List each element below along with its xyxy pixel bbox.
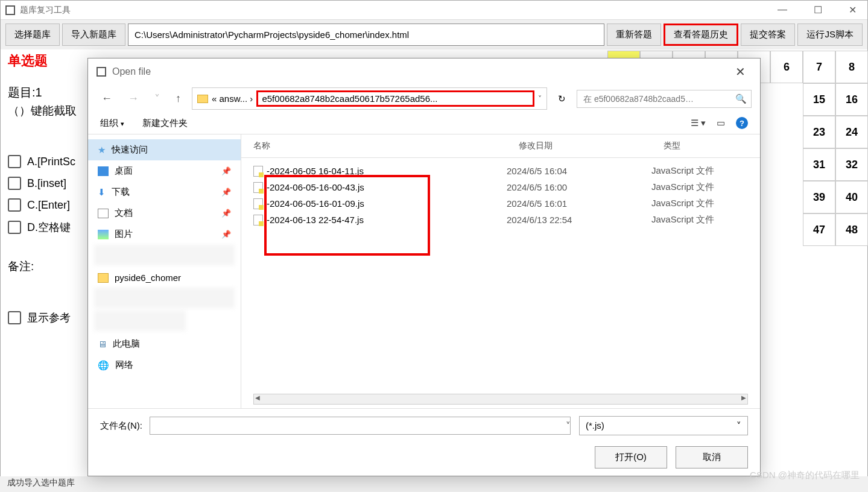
help-icon[interactable]: ?: [736, 117, 748, 129]
file-row[interactable]: -2024-06-05 16-04-11.js2024/6/5 16:04Jav…: [253, 163, 748, 179]
crumb-hash[interactable]: e5f00682a8748b2caad50617b57265ad56...: [256, 90, 534, 107]
pin-icon: 📌: [221, 188, 231, 197]
number-cell[interactable]: 31: [803, 148, 835, 181]
number-cell[interactable]: 32: [835, 148, 868, 181]
view-list-icon[interactable]: ☰ ▾: [691, 118, 706, 128]
js-file-icon: [253, 182, 263, 193]
filename-input[interactable]: [150, 417, 571, 435]
file-row[interactable]: -2024-06-05-16-01-09.js2024/6/5 16:01Jav…: [253, 195, 748, 212]
nav-project-folder[interactable]: pyside6_chomer: [88, 268, 241, 288]
js-file-icon: [253, 198, 263, 209]
file-type: JavaScript 文件: [651, 181, 714, 193]
file-type: JavaScript 文件: [651, 165, 714, 177]
minimize-icon[interactable]: —: [771, 4, 793, 16]
desktop-icon: [98, 166, 109, 176]
number-cell[interactable]: 6: [770, 51, 803, 83]
file-pane: 名称 修改日期 类型 -2024-06-05 16-04-11.js2024/6…: [241, 134, 760, 408]
new-folder-button[interactable]: 新建文件夹: [142, 118, 188, 129]
dialog-nav: ← → ˅ ↑ « answ... › e5f00682a8748b2caad5…: [88, 85, 760, 112]
number-cell[interactable]: 40: [835, 181, 868, 213]
horizontal-scrollbar[interactable]: [253, 394, 748, 405]
file-name: -2024-06-13 22-54-47.js: [267, 215, 364, 225]
number-cell[interactable]: 16: [835, 83, 868, 116]
number-cell[interactable]: 47: [803, 213, 835, 246]
chevron-down-icon[interactable]: ˅: [538, 95, 542, 103]
col-type[interactable]: 类型: [664, 140, 748, 151]
import-bank-button[interactable]: 导入新题库: [62, 24, 125, 46]
file-name: -2024-06-05 16-04-11.js: [267, 166, 364, 176]
nav-pictures[interactable]: 图片📌: [88, 224, 241, 245]
dialog-bottom: 文件名(N): ˅ (*.js)˅ 打开(O) 取消: [88, 408, 760, 476]
app-icon: [97, 67, 106, 77]
dialog-title: Open file: [112, 66, 151, 77]
history-button[interactable]: 查看答题历史: [664, 24, 738, 46]
nav-network[interactable]: 🌐网络: [88, 355, 241, 376]
submit-button[interactable]: 提交答案: [741, 24, 795, 46]
search-input[interactable]: [577, 90, 752, 108]
nav-documents[interactable]: 文档📌: [88, 203, 241, 224]
watermark: CSDN @神奇的代码在哪里: [750, 470, 860, 481]
folder-icon: [98, 273, 109, 283]
maximize-icon[interactable]: ☐: [808, 4, 828, 16]
nav-blurred-item: [94, 245, 235, 265]
file-list: -2024-06-05 16-04-11.js2024/6/5 16:04Jav…: [241, 158, 760, 233]
up-icon[interactable]: ↑: [171, 90, 186, 107]
dialog-body: ★快速访问 桌面📌 ⬇下载📌 文档📌 图片📌 pyside6_chomer 🖥此…: [88, 134, 760, 408]
path-input[interactable]: [128, 24, 604, 46]
forward-icon[interactable]: →: [123, 90, 144, 107]
toolbar: 选择题库 导入新题库 重新答题 查看答题历史 提交答案 运行JS脚本: [1, 20, 867, 49]
number-cell[interactable]: 24: [835, 116, 868, 148]
crumb-prefix[interactable]: « answ... ›: [212, 93, 253, 104]
number-cell[interactable]: 48: [835, 213, 868, 246]
folder-icon: [197, 95, 208, 103]
redo-button[interactable]: 重新答题: [607, 24, 661, 46]
preview-pane-icon[interactable]: ▭: [717, 118, 725, 128]
chevron-down-icon[interactable]: ˅: [565, 420, 572, 431]
document-icon: [98, 209, 109, 218]
filename-label: 文件名(N):: [100, 420, 142, 432]
pin-icon: 📌: [221, 209, 231, 218]
nav-downloads[interactable]: ⬇下载📌: [88, 181, 241, 203]
filter-select[interactable]: (*.js)˅: [579, 416, 748, 435]
checkbox-icon[interactable]: [8, 198, 21, 212]
navigation-pane: ★快速访问 桌面📌 ⬇下载📌 文档📌 图片📌 pyside6_chomer 🖥此…: [88, 134, 241, 408]
file-name: -2024-06-05-16-01-09.js: [267, 198, 364, 209]
number-cell[interactable]: 15: [803, 83, 835, 116]
back-icon[interactable]: ←: [97, 90, 117, 107]
col-name[interactable]: 名称: [253, 140, 519, 151]
organize-button[interactable]: 组织▾: [100, 118, 124, 129]
nav-desktop[interactable]: 桌面📌: [88, 160, 241, 181]
pictures-icon: [98, 230, 109, 239]
cancel-button[interactable]: 取消: [676, 446, 748, 468]
window-controls: — ☐ ✕: [771, 4, 863, 16]
run-js-button[interactable]: 运行JS脚本: [797, 24, 863, 46]
checkbox-icon[interactable]: [8, 221, 21, 234]
nav-quick-access[interactable]: ★快速访问: [88, 139, 241, 160]
checkbox-icon[interactable]: [8, 177, 21, 190]
download-icon: ⬇: [98, 187, 106, 198]
file-row[interactable]: -2024-06-13 22-54-47.js2024/6/13 22:54Ja…: [253, 212, 748, 228]
file-name: -2024-06-05-16-00-43.js: [267, 182, 364, 192]
col-date[interactable]: 修改日期: [519, 140, 664, 151]
file-row[interactable]: -2024-06-05-16-00-43.js2024/6/5 16:00Jav…: [253, 179, 748, 195]
number-cell[interactable]: 7: [803, 51, 835, 83]
dialog-close-icon[interactable]: ✕: [729, 65, 752, 79]
app-icon: [5, 5, 15, 15]
titlebar: 题库复习工具 — ☐ ✕: [1, 1, 867, 20]
checkbox-icon[interactable]: [8, 311, 21, 324]
chevron-down-icon[interactable]: ˅: [150, 90, 165, 108]
refresh-icon[interactable]: ↻: [553, 91, 571, 107]
search-icon[interactable]: 🔍: [735, 93, 747, 104]
checkbox-icon[interactable]: [8, 155, 21, 168]
number-cell[interactable]: 8: [835, 51, 868, 83]
number-cell[interactable]: 23: [803, 116, 835, 148]
address-bar[interactable]: « answ... › e5f00682a8748b2caad50617b572…: [192, 87, 547, 110]
select-bank-button[interactable]: 选择题库: [5, 24, 60, 46]
statusbar: 成功导入选中题库: [0, 476, 868, 492]
file-date: 2024/6/5 16:00: [507, 182, 651, 192]
js-file-icon: [253, 215, 263, 226]
number-cell[interactable]: 39: [803, 181, 835, 213]
close-icon[interactable]: ✕: [843, 4, 863, 16]
open-button[interactable]: 打开(O): [595, 446, 667, 468]
nav-this-pc[interactable]: 🖥此电脑: [88, 333, 241, 355]
